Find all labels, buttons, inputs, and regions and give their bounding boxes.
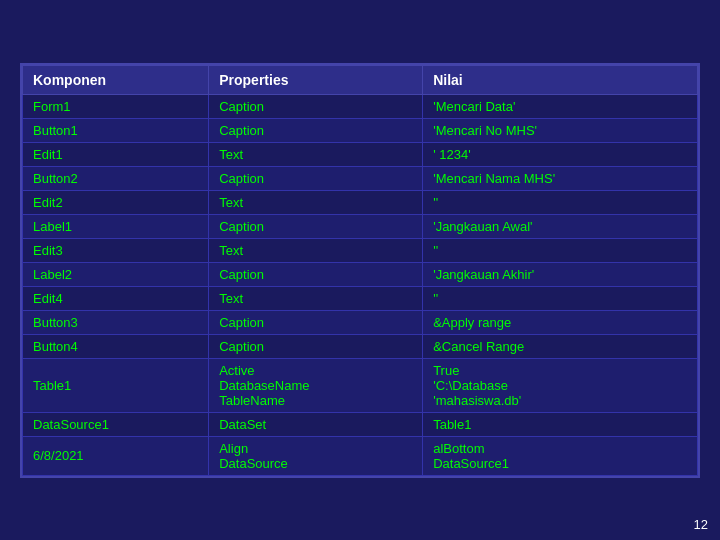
cell-properties: Caption <box>209 310 423 334</box>
cell-nilai: '' <box>423 190 698 214</box>
header-nilai: Nilai <box>423 65 698 94</box>
cell-nilai: ' 1234' <box>423 142 698 166</box>
cell-properties: Caption <box>209 214 423 238</box>
cell-properties: Caption <box>209 334 423 358</box>
cell-komponen: Button4 <box>23 334 209 358</box>
cell-properties: DataSet <box>209 412 423 436</box>
cell-nilai: 'Jangkauan Awal' <box>423 214 698 238</box>
cell-nilai: Table1 <box>423 412 698 436</box>
cell-nilai: True 'C:\Database 'mahasiswa.db' <box>423 358 698 412</box>
cell-properties: Text <box>209 142 423 166</box>
table-row: Edit4Text'' <box>23 286 698 310</box>
cell-komponen: Table1 <box>23 358 209 412</box>
header-properties: Properties <box>209 65 423 94</box>
table-row: Label1Caption'Jangkauan Awal' <box>23 214 698 238</box>
table-row: Label2Caption'Jangkauan Akhir' <box>23 262 698 286</box>
cell-komponen: Label2 <box>23 262 209 286</box>
cell-komponen: Form1 <box>23 94 209 118</box>
cell-nilai: &Apply range <box>423 310 698 334</box>
table-row: Edit1Text' 1234' <box>23 142 698 166</box>
cell-properties: Caption <box>209 118 423 142</box>
cell-komponen: Edit1 <box>23 142 209 166</box>
cell-komponen: Edit4 <box>23 286 209 310</box>
cell-nilai: 'Mencari Nama MHS' <box>423 166 698 190</box>
cell-nilai: 'Mencari Data' <box>423 94 698 118</box>
table-row: DataSource1DataSetTable1 <box>23 412 698 436</box>
cell-komponen: Edit3 <box>23 238 209 262</box>
footer-date: 6/8/2021 <box>33 448 84 463</box>
cell-komponen: Button3 <box>23 310 209 334</box>
cell-nilai: 'Mencari No MHS' <box>423 118 698 142</box>
cell-nilai: &Cancel Range <box>423 334 698 358</box>
cell-komponen: Button2 <box>23 166 209 190</box>
cell-properties: Caption <box>209 166 423 190</box>
table-row: Edit3Text'' <box>23 238 698 262</box>
table-row: Edit2Text'' <box>23 190 698 214</box>
table-row: Button2Caption'Mencari Nama MHS' <box>23 166 698 190</box>
cell-komponen: DataSource1 <box>23 412 209 436</box>
cell-properties: Caption <box>209 94 423 118</box>
table-row: Table1Active DatabaseName TableNameTrue … <box>23 358 698 412</box>
cell-properties: Caption <box>209 262 423 286</box>
table-row: 6/8/2021Align DataSourcealBottom DataSou… <box>23 436 698 475</box>
cell-properties: Text <box>209 190 423 214</box>
cell-komponen: 6/8/2021 <box>23 436 209 475</box>
table-row: Button4Caption&Cancel Range <box>23 334 698 358</box>
cell-nilai: 'Jangkauan Akhir' <box>423 262 698 286</box>
cell-nilai: alBottom DataSource1 <box>423 436 698 475</box>
cell-komponen: Label1 <box>23 214 209 238</box>
cell-nilai: '' <box>423 286 698 310</box>
cell-komponen: Edit2 <box>23 190 209 214</box>
cell-properties: Active DatabaseName TableName <box>209 358 423 412</box>
table-row: Button3Caption&Apply range <box>23 310 698 334</box>
cell-properties: Align DataSource <box>209 436 423 475</box>
cell-komponen: Button1 <box>23 118 209 142</box>
cell-nilai: '' <box>423 238 698 262</box>
page-number: 12 <box>694 517 708 532</box>
table-row: Form1Caption'Mencari Data' <box>23 94 698 118</box>
header-komponen: Komponen <box>23 65 209 94</box>
cell-properties: Text <box>209 238 423 262</box>
table-row: Button1Caption'Mencari No MHS' <box>23 118 698 142</box>
cell-properties: Text <box>209 286 423 310</box>
